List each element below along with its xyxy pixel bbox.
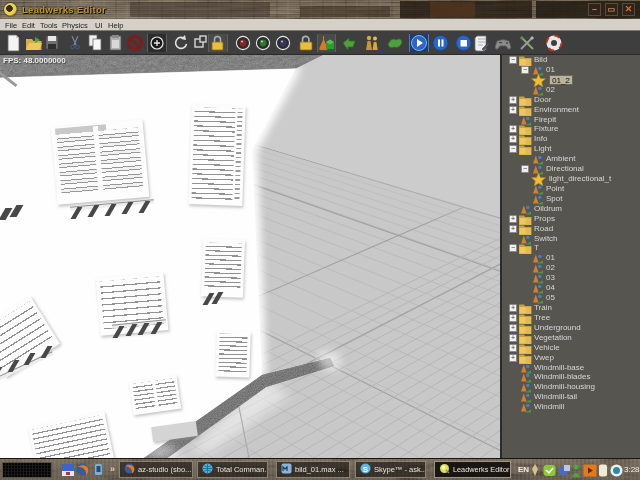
svg-text:S: S	[363, 465, 369, 474]
